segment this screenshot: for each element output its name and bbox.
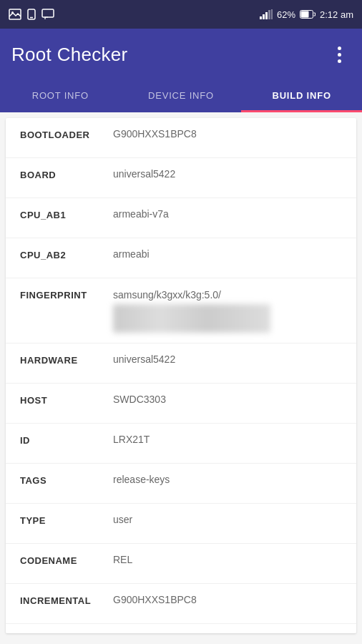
label-hardware: HARDWARE	[20, 353, 113, 366]
svg-rect-7	[265, 12, 268, 19]
value-fingerprint-container: samsung/k3gxx/k3g:5.0/	[113, 288, 342, 333]
value-cpu-ab1: armeabi-v7a	[113, 208, 342, 220]
label-bootloader: BOOTLOADER	[20, 128, 113, 140]
menu-dot-2	[338, 53, 341, 57]
build-info-content: BOOTLOADER G900HXXS1BPC8 BOARD universal…	[6, 118, 356, 633]
label-cpu-ab2: CPU_AB2	[20, 248, 113, 260]
battery-icon	[300, 10, 315, 19]
svg-rect-9	[271, 9, 273, 19]
overflow-menu-button[interactable]	[328, 47, 351, 63]
value-id: LRX21T	[113, 434, 342, 445]
tab-bar: ROOT INFO DEVICE INFO BUILD INFO	[0, 80, 362, 112]
label-host: HOST	[20, 394, 113, 406]
value-type: user	[113, 514, 342, 525]
value-hardware: universal5422	[113, 353, 342, 365]
value-bootloader: G900HXXS1BPC8	[113, 128, 342, 140]
row-sdk-int: SDK_INT 21	[6, 624, 356, 633]
value-tags: release-keys	[113, 474, 342, 485]
row-cpu-ab2: CPU_AB2 armeabi	[6, 238, 356, 278]
row-id: ID LRX21T	[6, 424, 356, 464]
label-cpu-ab1: CPU_AB1	[20, 208, 113, 220]
tab-build-info[interactable]: BUILD INFO	[241, 80, 362, 111]
value-board: universal5422	[113, 168, 342, 180]
value-host: SWDC3303	[113, 394, 342, 405]
row-hardware: HARDWARE universal5422	[6, 343, 356, 384]
svg-rect-5	[260, 16, 262, 19]
menu-dot-1	[338, 47, 341, 50]
value-incremental: G900HXXS1BPC8	[113, 594, 342, 605]
row-type: TYPE user	[6, 504, 356, 544]
svg-rect-4	[42, 9, 54, 17]
label-incremental: INCREMENTAL	[20, 594, 113, 606]
label-id: ID	[20, 434, 113, 446]
label-board: BOARD	[20, 168, 113, 180]
phone-icon	[26, 9, 37, 20]
row-incremental: INCREMENTAL G900HXXS1BPC8	[6, 584, 356, 624]
row-cpu-ab1: CPU_AB1 armeabi-v7a	[6, 198, 356, 238]
app-title: Root Checker	[11, 44, 128, 66]
status-bar: 62% 2:12 am	[0, 0, 362, 29]
status-icons	[9, 9, 54, 20]
label-type: TYPE	[20, 514, 113, 526]
tab-device-info[interactable]: DEVICE INFO	[121, 80, 242, 111]
app-bar: Root Checker	[0, 29, 362, 80]
row-host: HOST SWDC3303	[6, 384, 356, 424]
menu-dot-3	[338, 59, 341, 63]
fingerprint-blurred	[113, 304, 270, 333]
value-fingerprint-text: samsung/k3gxx/k3g:5.0/	[113, 289, 221, 301]
svg-rect-8	[268, 10, 270, 19]
status-right: 62% 2:12 am	[260, 9, 353, 20]
value-codename: REL	[113, 554, 342, 565]
message-icon	[41, 9, 54, 20]
image-icon	[9, 9, 21, 20]
row-board: BOARD universal5422	[6, 158, 356, 198]
row-bootloader: BOOTLOADER G900HXXS1BPC8	[6, 118, 356, 158]
label-fingerprint: FINGERPRINT	[20, 288, 113, 301]
svg-rect-6	[263, 14, 265, 19]
row-fingerprint: FINGERPRINT samsung/k3gxx/k3g:5.0/	[6, 278, 356, 343]
row-tags: TAGS release-keys	[6, 464, 356, 504]
label-codename: CODENAME	[20, 554, 113, 566]
tab-root-info[interactable]: ROOT INFO	[0, 80, 121, 111]
label-tags: TAGS	[20, 474, 113, 486]
row-codename: CODENAME REL	[6, 544, 356, 584]
time-display: 2:12 am	[320, 9, 353, 20]
battery-text: 62%	[277, 9, 295, 20]
value-cpu-ab2: armeabi	[113, 248, 342, 260]
signal-icon	[260, 9, 273, 19]
svg-rect-11	[301, 11, 309, 18]
